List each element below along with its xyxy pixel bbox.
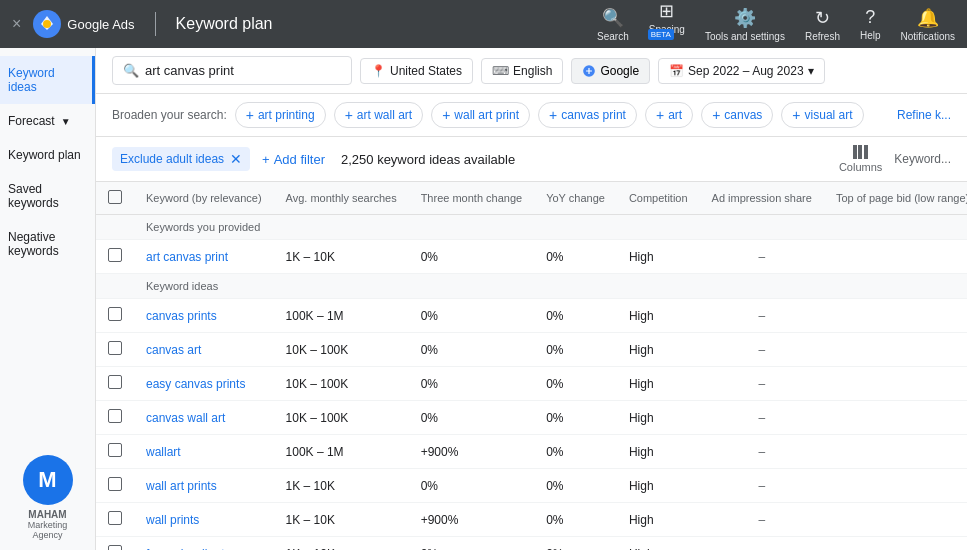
- low-bid-cell: [824, 240, 967, 274]
- avg-monthly-cell: 1K – 10K: [274, 537, 409, 551]
- sidebar-item-negative-keywords[interactable]: Negative keywords: [0, 220, 95, 268]
- row-checkbox[interactable]: [108, 341, 122, 355]
- tools-nav-btn[interactable]: ⚙️ Tools and settings: [705, 7, 785, 42]
- avg-monthly-header: Avg. monthly searches: [274, 182, 409, 215]
- competition-cell: High: [617, 367, 700, 401]
- yoy-cell: 0%: [534, 401, 617, 435]
- nav-divider: [155, 12, 156, 36]
- three-month-cell: 0%: [409, 469, 535, 503]
- low-bid-cell: [824, 333, 967, 367]
- keyword-cell[interactable]: wall prints: [134, 503, 274, 537]
- notifications-nav-btn[interactable]: 🔔 Notifications: [901, 7, 955, 42]
- search-nav-btn[interactable]: 🔍 Search: [597, 7, 629, 42]
- competition-cell: High: [617, 240, 700, 274]
- spacing-nav-btn[interactable]: ⊞ Spacing BETA: [649, 0, 685, 48]
- refresh-icon: ↻: [815, 7, 830, 29]
- low-bid-cell: [824, 435, 967, 469]
- select-all-checkbox[interactable]: [108, 190, 122, 204]
- row-checkbox[interactable]: [108, 248, 122, 262]
- checkbox-header[interactable]: [96, 182, 134, 215]
- row-checkbox[interactable]: [108, 443, 122, 457]
- section-provided-label: Keywords you provided: [134, 215, 967, 240]
- keyword-search-box[interactable]: 🔍: [112, 56, 352, 85]
- columns-icon: [853, 145, 869, 159]
- yoy-cell: 0%: [534, 503, 617, 537]
- broaden-chip-wall-art-print[interactable]: + wall art print: [431, 102, 530, 128]
- low-bid-cell: [824, 367, 967, 401]
- main-layout: Keyword ideas Forecast ▼ Keyword plan Sa…: [0, 48, 967, 550]
- row-checkbox[interactable]: [108, 511, 122, 525]
- location-label: United States: [390, 64, 462, 78]
- plus-icon: +: [549, 107, 557, 123]
- plus-icon: +: [442, 107, 450, 123]
- add-filter-button[interactable]: + Add filter: [262, 152, 325, 167]
- three-month-cell: 0%: [409, 299, 535, 333]
- keyword-cell[interactable]: wallart: [134, 435, 274, 469]
- broaden-chip-art-wall-art[interactable]: + art wall art: [334, 102, 424, 128]
- language-filter[interactable]: ⌨ English: [481, 58, 563, 84]
- refine-link[interactable]: Refine k...: [897, 108, 951, 122]
- keyword-cell[interactable]: canvas art: [134, 333, 274, 367]
- nav-right: 🔍 Search ⊞ Spacing BETA ⚙️ Tools and set…: [597, 0, 955, 48]
- sidebar-item-saved-keywords[interactable]: Saved keywords: [0, 172, 95, 220]
- broaden-chip-canvas-print[interactable]: + canvas print: [538, 102, 637, 128]
- remove-filter-button[interactable]: ✕: [230, 151, 242, 167]
- low-bid-cell: [824, 401, 967, 435]
- beta-badge: BETA: [648, 29, 674, 40]
- location-filter[interactable]: 📍 United States: [360, 58, 473, 84]
- competition-cell: High: [617, 435, 700, 469]
- avg-monthly-cell: 1K – 10K: [274, 503, 409, 537]
- columns-button[interactable]: Columns: [839, 145, 882, 173]
- spacing-icon: ⊞: [659, 0, 674, 22]
- search-icon: 🔍: [123, 63, 139, 78]
- network-filter[interactable]: Google: [571, 58, 650, 84]
- broaden-chip-art-printing[interactable]: + art printing: [235, 102, 326, 128]
- help-nav-btn[interactable]: ? Help: [860, 7, 881, 41]
- section-provided-header: Keywords you provided: [96, 215, 967, 240]
- ad-impression-cell: –: [700, 240, 824, 274]
- search-area: 🔍 📍 United States ⌨ English Google 📅 Sep…: [96, 48, 967, 94]
- sidebar-item-keyword-ideas[interactable]: Keyword ideas: [0, 56, 95, 104]
- row-checkbox[interactable]: [108, 307, 122, 321]
- add-filter-label: Add filter: [274, 152, 325, 167]
- yoy-cell: 0%: [534, 537, 617, 551]
- help-nav-label: Help: [860, 30, 881, 41]
- chip-label: visual art: [805, 108, 853, 122]
- row-checkbox[interactable]: [108, 375, 122, 389]
- competition-cell: High: [617, 401, 700, 435]
- close-button[interactable]: ×: [12, 15, 21, 33]
- broaden-chip-visual-art[interactable]: + visual art: [781, 102, 863, 128]
- avg-monthly-cell: 1K – 10K: [274, 240, 409, 274]
- low-bid-cell: [824, 537, 967, 551]
- three-month-cell: 0%: [409, 240, 535, 274]
- keyword-cell[interactable]: canvas prints: [134, 299, 274, 333]
- search-input[interactable]: [145, 63, 305, 78]
- search-icon: 🔍: [602, 7, 624, 29]
- broaden-chip-art[interactable]: + art: [645, 102, 693, 128]
- broaden-chip-canvas[interactable]: + canvas: [701, 102, 773, 128]
- sidebar-item-keyword-plan[interactable]: Keyword plan: [0, 138, 95, 172]
- ad-impression-cell: –: [700, 435, 824, 469]
- refresh-nav-btn[interactable]: ↻ Refresh: [805, 7, 840, 42]
- section-ideas-label: Keyword ideas: [134, 274, 967, 299]
- google-ads-text: Google Ads: [67, 17, 134, 32]
- row-checkbox[interactable]: [108, 545, 122, 550]
- keyword-cell[interactable]: easy canvas prints: [134, 367, 274, 401]
- keyword-cell[interactable]: art canvas print: [134, 240, 274, 274]
- section-ideas-header: Keyword ideas: [96, 274, 967, 299]
- keyword-cell[interactable]: wall art prints: [134, 469, 274, 503]
- keyword-cell[interactable]: framed wall art: [134, 537, 274, 551]
- ad-impression-cell: –: [700, 367, 824, 401]
- row-checkbox[interactable]: [108, 409, 122, 423]
- google-ads-logo: Google Ads: [33, 10, 134, 38]
- brand-logo-circle: M: [23, 455, 73, 505]
- date-filter[interactable]: 📅 Sep 2022 – Aug 2023 ▾: [658, 58, 824, 84]
- competition-header: Competition: [617, 182, 700, 215]
- tools-icon: ⚙️: [734, 7, 756, 29]
- row-checkbox[interactable]: [108, 477, 122, 491]
- sidebar-item-forecast[interactable]: Forecast ▼: [0, 104, 95, 138]
- network-label: Google: [600, 64, 639, 78]
- keyword-count: 2,250 keyword ideas available: [341, 152, 515, 167]
- table-row: easy canvas prints 10K – 100K 0% 0% High…: [96, 367, 967, 401]
- keyword-cell[interactable]: canvas wall art: [134, 401, 274, 435]
